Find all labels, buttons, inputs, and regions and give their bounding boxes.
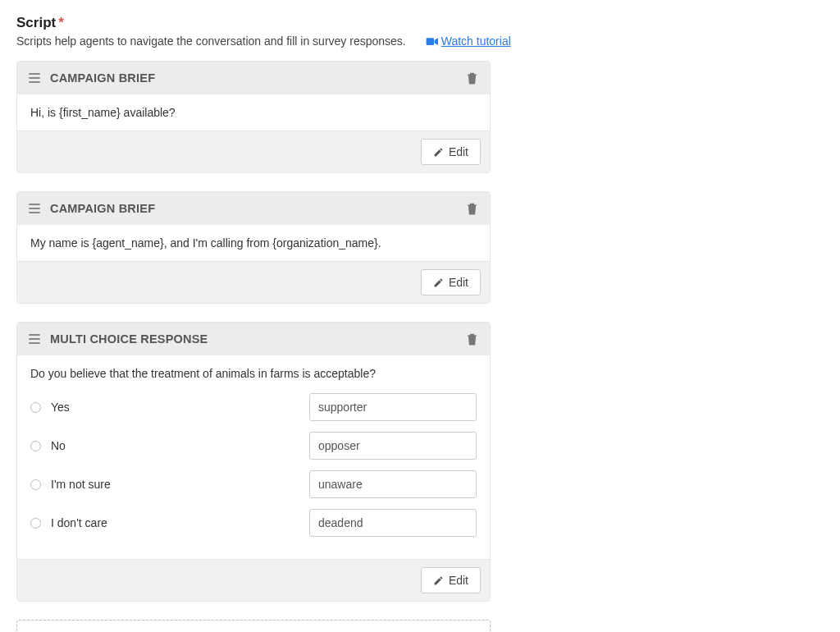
add-block-section: WHAT DO YOU WANT TO ADD? Campaign Brief …: [16, 620, 491, 632]
question-text: Do you believe that the treatment of ani…: [30, 367, 477, 380]
edit-button[interactable]: Edit: [421, 269, 481, 295]
block-header: CAMPAIGN BRIEF: [17, 192, 490, 225]
option-row: I'm not sure: [30, 470, 477, 498]
radio-icon[interactable]: [30, 402, 41, 413]
option-value-input[interactable]: [309, 393, 477, 421]
script-block-campaign-brief: CAMPAIGN BRIEF My name is {agent_name}, …: [16, 191, 491, 304]
script-block-campaign-brief: CAMPAIGN BRIEF Hi, is {first_name} avail…: [16, 61, 491, 173]
subhead-row: Scripts help agents to navigate the conv…: [16, 34, 824, 48]
block-type-label: CAMPAIGN BRIEF: [50, 202, 456, 215]
tutorial-label: Watch tutorial: [441, 34, 511, 48]
option-label: I'm not sure: [51, 478, 309, 491]
drag-handle-icon[interactable]: [29, 73, 40, 83]
watch-tutorial-link[interactable]: Watch tutorial: [426, 34, 511, 48]
svg-rect-0: [426, 38, 433, 45]
page-title-text: Script: [16, 15, 56, 30]
pencil-icon: [433, 277, 444, 288]
option-label: Yes: [51, 401, 309, 414]
pencil-icon: [433, 575, 444, 586]
radio-icon[interactable]: [30, 518, 41, 529]
option-row: Yes: [30, 393, 477, 421]
block-footer: Edit: [17, 131, 490, 172]
block-body: Do you believe that the treatment of ani…: [17, 355, 490, 559]
block-type-label: MULTI CHOICE RESPONSE: [50, 332, 456, 346]
block-footer: Edit: [17, 261, 490, 303]
drag-handle-icon[interactable]: [29, 334, 40, 344]
block-body: Hi, is {first_name} available?: [17, 94, 490, 131]
block-footer: Edit: [17, 559, 490, 601]
radio-icon[interactable]: [30, 479, 41, 490]
option-value-input[interactable]: [309, 432, 477, 460]
pencil-icon: [433, 147, 444, 158]
trash-icon[interactable]: [466, 71, 478, 85]
edit-button[interactable]: Edit: [421, 567, 481, 593]
block-body-text: Hi, is {first_name} available?: [30, 106, 176, 119]
video-icon: [426, 36, 438, 47]
block-body: My name is {agent_name}, and I'm calling…: [17, 225, 490, 261]
block-body-text: My name is {agent_name}, and I'm calling…: [30, 236, 381, 250]
block-header: MULTI CHOICE RESPONSE: [17, 323, 490, 355]
drag-handle-icon[interactable]: [29, 204, 40, 213]
trash-icon[interactable]: [466, 202, 478, 215]
script-block-multi-choice: MULTI CHOICE RESPONSE Do you believe tha…: [16, 322, 491, 602]
trash-icon[interactable]: [466, 332, 478, 346]
edit-label: Edit: [449, 574, 468, 587]
edit-button[interactable]: Edit: [421, 139, 481, 165]
block-header: CAMPAIGN BRIEF: [17, 62, 490, 94]
option-label: No: [51, 439, 309, 452]
option-row: I don't care: [30, 509, 477, 537]
option-value-input[interactable]: [309, 509, 477, 537]
page-header: Script* Scripts help agents to navigate …: [16, 15, 824, 48]
edit-label: Edit: [449, 276, 468, 289]
subhead-text: Scripts help agents to navigate the conv…: [16, 34, 406, 48]
option-row: No: [30, 432, 477, 460]
edit-label: Edit: [449, 145, 468, 158]
option-label: I don't care: [51, 516, 309, 529]
radio-icon[interactable]: [30, 441, 41, 451]
script-blocks-column: CAMPAIGN BRIEF Hi, is {first_name} avail…: [16, 61, 491, 632]
block-type-label: CAMPAIGN BRIEF: [50, 71, 456, 85]
svg-marker-1: [434, 38, 437, 45]
option-value-input[interactable]: [309, 470, 477, 498]
required-asterisk: *: [58, 15, 64, 30]
page-title: Script*: [16, 15, 824, 31]
